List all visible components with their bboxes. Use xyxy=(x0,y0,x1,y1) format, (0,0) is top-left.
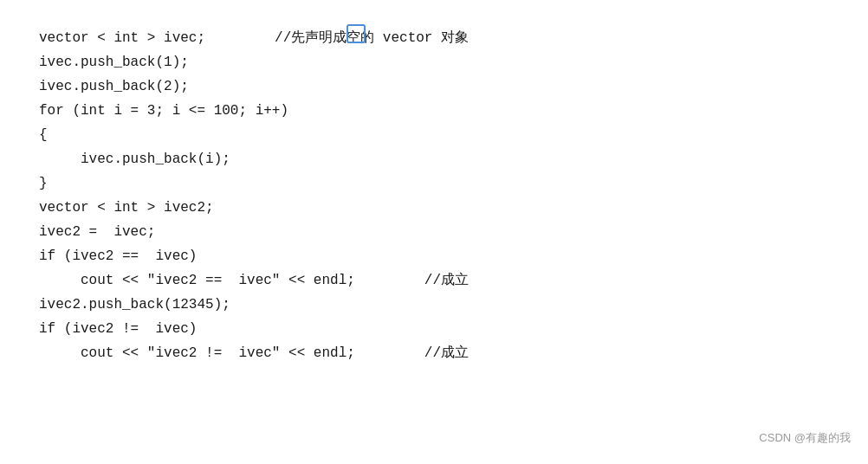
code-text-13: if (ivec2 != ivec) xyxy=(39,317,197,341)
code-text-8: vector < int > ivec2; xyxy=(39,196,214,220)
code-text-1: vector < int > ivec; xyxy=(39,26,205,50)
code-line-7: } xyxy=(39,171,829,196)
code-line-2: ivec.push_back(1); xyxy=(39,50,829,74)
code-line-8: vector < int > ivec2; xyxy=(39,196,829,220)
code-line-13: if (ivec2 != ivec) xyxy=(39,317,829,341)
code-line-5: { xyxy=(39,123,829,147)
code-line-1: vector < int > ivec; //先声明成空的 vector 对象 xyxy=(39,26,829,50)
code-line-10: if (ivec2 == ivec) xyxy=(39,244,829,268)
code-line-12: ivec2.push_back(12345); xyxy=(39,293,829,317)
comment-11: //成立 xyxy=(355,268,829,293)
code-text-12: ivec2.push_back(12345); xyxy=(39,293,230,317)
code-text-6: ivec.push_back(i); xyxy=(39,147,230,171)
code-text-3: ivec.push_back(2); xyxy=(39,74,189,99)
watermark: CSDN @有趣的我 xyxy=(759,429,851,448)
code-line-4: for (int i = 3; i <= 100; i++) xyxy=(39,99,829,123)
focus-box xyxy=(347,24,366,43)
code-text-7: } xyxy=(39,171,48,196)
code-block: vector < int > ivec; //先声明成空的 vector 对象 … xyxy=(0,0,868,464)
code-text-10: if (ivec2 == ivec) xyxy=(39,244,197,268)
code-text-14: cout << "ivec2 != ivec" << endl; xyxy=(39,341,355,365)
code-text-11: cout << "ivec2 == ivec" << endl; xyxy=(39,268,355,293)
comment-1: //先声明成空的 vector 对象 xyxy=(205,26,829,50)
comment-14: //成立 xyxy=(355,341,829,365)
code-text-5: { xyxy=(39,123,48,147)
code-line-11: cout << "ivec2 == ivec" << endl; //成立 xyxy=(39,268,829,293)
code-text-9: ivec2 = ivec; xyxy=(39,220,155,244)
code-line-3: ivec.push_back(2); xyxy=(39,74,829,99)
code-text-4: for (int i = 3; i <= 100; i++) xyxy=(39,99,288,123)
code-text-2: ivec.push_back(1); xyxy=(39,50,189,74)
code-line-14: cout << "ivec2 != ivec" << endl; //成立 xyxy=(39,341,829,365)
code-line-9: ivec2 = ivec; xyxy=(39,220,829,244)
code-line-6: ivec.push_back(i); xyxy=(39,147,829,171)
